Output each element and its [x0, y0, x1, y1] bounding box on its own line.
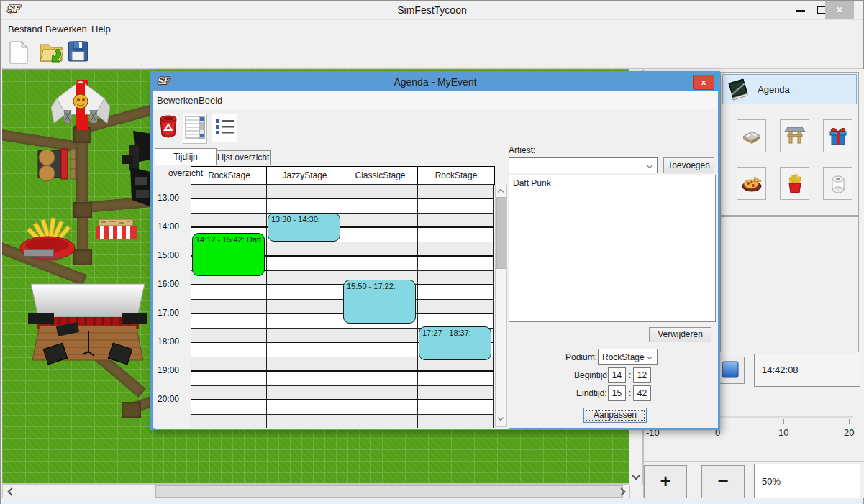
dialog-titlebar[interactable]: SF Agenda - MyEvent x: [153, 73, 718, 91]
close-button[interactable]: ✕: [825, 1, 854, 19]
schedule-grid[interactable]: 14:12 - 15:42: Daft Punk13:30 - 14:30:15…: [191, 184, 494, 428]
column-header: JazzyStage: [266, 166, 343, 185]
delete-event-button[interactable]: [158, 114, 178, 142]
shop-item-gate-button[interactable]: [780, 119, 809, 152]
shop-item-toilet-paper-button[interactable]: [823, 167, 852, 200]
tab-tijdlijn-overzicht[interactable]: Tijdlijn overzicht: [155, 148, 217, 165]
tab-lijst-overzicht[interactable]: Lijst overzicht: [215, 150, 271, 165]
blue-square-icon: [722, 361, 739, 378]
map-hscrollbar[interactable]: [2, 484, 630, 499]
time-label: 17:00: [158, 308, 189, 318]
minimize-button[interactable]: [791, 1, 811, 19]
timeline-view-button[interactable]: [183, 114, 207, 144]
main-menubar: Bestand Bewerken Help: [1, 19, 863, 37]
minimize-icon: [796, 10, 805, 12]
table-vscrollbar[interactable]: [495, 185, 507, 427]
status-strip: [1, 498, 863, 504]
shop-item-road-button[interactable]: [737, 119, 766, 152]
schedule-event[interactable]: 15:50 - 17:22:: [343, 280, 416, 324]
artist-list[interactable]: Daft Punk: [509, 175, 716, 322]
dialog-close-button[interactable]: x: [693, 75, 714, 90]
new-document-icon: [8, 40, 29, 65]
fries-icon: [784, 173, 806, 194]
time-label: 16:00: [158, 279, 189, 289]
shop-item-pizza-button[interactable]: [737, 167, 766, 200]
zoom-value: 50%: [762, 476, 781, 487]
zoom-out-button[interactable]: −: [701, 465, 745, 499]
scroll-down-icon[interactable]: [632, 472, 640, 480]
time-label: 14:00: [158, 221, 189, 232]
remove-button[interactable]: Verwijderen: [649, 327, 711, 342]
artist-combobox[interactable]: [509, 157, 658, 173]
podium-label: Podium:: [565, 352, 597, 362]
fries-stand[interactable]: [15, 216, 81, 264]
shop-item-gift-button[interactable]: [823, 119, 852, 152]
time-label: 18:00: [158, 336, 189, 347]
dialog-menu-bewerken[interactable]: Bewerken: [157, 95, 199, 106]
clock-display: 14:42:08: [754, 354, 860, 387]
window-title: SimFestTycoon: [1, 4, 863, 16]
list-view-button[interactable]: [212, 114, 237, 142]
dialog-menubar: Bewerken Beeld: [153, 91, 718, 109]
scroll-left-icon[interactable]: [7, 487, 15, 495]
begin-hour-input[interactable]: 14: [608, 367, 626, 383]
time-label: 13:00: [158, 193, 189, 203]
podium-combobox[interactable]: RockStage: [598, 349, 658, 365]
schedule-event[interactable]: 14:12 - 15:42: Daft Punk: [192, 233, 265, 276]
zoom-level-display: 50%: [754, 464, 860, 499]
clock-value: 14:42:08: [762, 365, 799, 375]
agenda-label: Agenda: [758, 84, 790, 95]
wood-planks: [24, 249, 54, 257]
schedule-event[interactable]: 13:30 - 14:30:: [268, 213, 340, 242]
time-colon: :: [629, 388, 631, 398]
time-label: 19:00: [158, 365, 189, 375]
open-folder-icon: [38, 40, 65, 65]
artist-list-item[interactable]: Daft Punk: [509, 175, 715, 188]
zoom-in-button[interactable]: +: [644, 465, 687, 499]
pizza-icon: [741, 173, 763, 194]
main-toolbar: [1, 37, 863, 69]
tent[interactable]: [51, 78, 110, 129]
burger-stand[interactable]: [32, 146, 77, 182]
schedule-event[interactable]: 17:27 - 18:37:: [419, 326, 491, 360]
list-view-icon: [214, 117, 235, 136]
divider: [644, 461, 864, 462]
path-junction: [73, 202, 92, 218]
menu-help[interactable]: Help: [91, 24, 111, 35]
sidebar-item-agenda[interactable]: Agenda: [722, 74, 857, 104]
dialog-title: Agenda - MyEvent: [153, 76, 718, 88]
shop-item-fries-button[interactable]: [780, 167, 809, 200]
dialog-menu-beeld[interactable]: Beeld: [199, 95, 222, 106]
dialog-toolbar: [153, 109, 718, 145]
market-stand[interactable]: [96, 219, 137, 241]
schedule-panel: RockStage JazzyStage ClassicStage RockSt…: [155, 165, 509, 429]
speaker-rig[interactable]: [119, 131, 153, 210]
scroll-up-icon[interactable]: [498, 189, 504, 195]
time-label: 15:00: [158, 250, 189, 260]
slider-tick: [849, 419, 850, 424]
begin-minute-input[interactable]: 12: [633, 367, 651, 383]
stage[interactable]: [28, 283, 147, 370]
menu-bewerken[interactable]: Bewerken: [45, 24, 87, 35]
save-button[interactable]: [67, 40, 89, 65]
add-artist-button[interactable]: Toevoegen: [663, 157, 714, 173]
scroll-down-icon[interactable]: [498, 415, 504, 421]
play-pause-button[interactable]: [716, 357, 745, 384]
tick-label-20: 20: [844, 427, 854, 438]
main-titlebar[interactable]: SF SimFestTycoon ✕: [1, 1, 863, 19]
column-header: ClassicStage: [342, 166, 419, 185]
trash-icon: [158, 114, 178, 139]
apply-button[interactable]: Aanpassen: [583, 408, 647, 423]
end-hour-input[interactable]: 15: [608, 385, 626, 401]
new-document-button[interactable]: [8, 40, 29, 68]
menu-bestand[interactable]: Bestand: [8, 24, 42, 35]
hscroll-thumb[interactable]: [155, 485, 623, 498]
gift-icon: [827, 125, 849, 147]
end-time-label: Eindtijd:: [576, 388, 607, 398]
tick-label-10: 10: [778, 427, 788, 438]
end-minute-input[interactable]: 42: [633, 385, 651, 401]
road-tile-icon: [741, 125, 763, 147]
main-window: SF SimFestTycoon ✕ Bestand Bewerken Help: [0, 0, 864, 504]
table-scroll-thumb[interactable]: [496, 197, 506, 269]
open-file-button[interactable]: [38, 40, 65, 68]
